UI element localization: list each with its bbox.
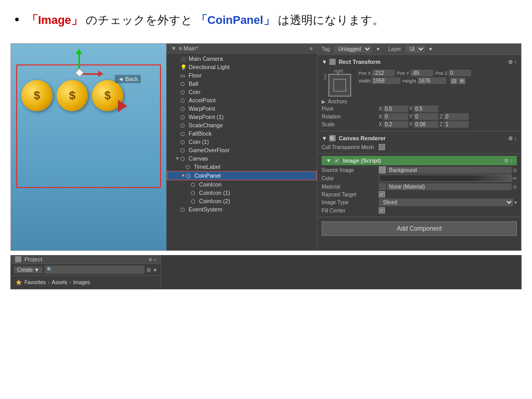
icon-coin: ⬡ (180, 89, 188, 95)
material-picker[interactable]: ⊙ (513, 184, 517, 190)
add-component-button[interactable]: Add Component (322, 221, 517, 236)
breadcrumb-images[interactable]: Images (73, 280, 90, 285)
label-gameoverfloor: GameOverFloor (189, 147, 230, 153)
tree-item-directional-light[interactable]: 💡 Directional Light (167, 63, 317, 71)
breadcrumb-sep1: › (48, 280, 49, 285)
width-input[interactable] (371, 77, 401, 84)
scale-y-label: Y (409, 122, 413, 127)
tree-item-coinicon2[interactable]: ⬡ CoinIcon (2) (167, 197, 317, 205)
breadcrumb-favorites[interactable]: Favorites (24, 280, 46, 285)
rot-y-input[interactable] (414, 113, 438, 120)
scale-z-input[interactable] (444, 121, 469, 128)
posy-input[interactable] (410, 70, 433, 76)
source-image-value[interactable]: Background (387, 167, 512, 174)
source-image-picker[interactable]: ⊙ (513, 167, 517, 173)
label-warppoint1: WarpPoint (1) (189, 114, 223, 120)
tree-item-coinpanel[interactable]: ▼ ⬡ CoinPanel (167, 171, 317, 180)
scale-row: Scale X Y Z (322, 121, 517, 128)
layer-select[interactable]: UI (405, 45, 425, 53)
tree-item-warppoint[interactable]: ⬡ WarpPoint (167, 104, 317, 113)
color-bar[interactable] (379, 175, 512, 182)
posz-input[interactable] (448, 70, 471, 76)
source-image-row: Source Image Background ⊙ (322, 166, 517, 174)
tree-item-fallblock[interactable]: ⬡ FallBlock (167, 129, 317, 138)
cull-checkbox[interactable] (379, 144, 385, 150)
color-picker-icon[interactable]: ✏ (513, 176, 517, 181)
canvas-renderer-options[interactable]: ⚙ ↕ (508, 136, 517, 141)
source-image-field: Background ⊙ (379, 166, 517, 174)
scene-view[interactable]: ◄ Back (11, 44, 167, 250)
anchors-row: ▶ Anchors (322, 99, 517, 104)
hierarchy-title: ≡ Main* (179, 45, 198, 51)
material-label: Material (322, 184, 379, 190)
icon-coinpanel: ⬡ (186, 173, 193, 179)
project-star-icon[interactable]: ★ (153, 267, 157, 273)
project-search-input[interactable] (52, 267, 142, 273)
hierarchy-header: ▼ ≡ Main* ≡ (167, 44, 317, 54)
image-type-dropdown-icon: ▾ (514, 200, 517, 205)
label-coinicon2: CoinIcon (2) (199, 198, 230, 204)
canvas-renderer-section: ▼ ⊙ Canvas Renderer ⚙ ↕ Cull Transparent… (317, 131, 521, 154)
hierarchy-menu[interactable]: ≡ (310, 46, 313, 51)
tree-item-coin[interactable]: ⬡ Coin (167, 88, 317, 96)
breadcrumb-assets[interactable]: Assets (51, 280, 67, 285)
project-view-icon[interactable]: ⊞ (147, 267, 151, 273)
color-field: ✏ (379, 175, 517, 182)
label-coinicon: CoinIcon (199, 181, 221, 188)
constrain-icon[interactable]: ⊡ (450, 78, 458, 84)
icon-eventsystem: ⬡ (180, 207, 188, 212)
tree-item-coin1[interactable]: ⬡ Coin (1) (167, 138, 317, 146)
scale-z-label: Z (440, 122, 443, 127)
back-button[interactable]: ◄ Back (115, 75, 141, 83)
icon-coin1: ⬡ (180, 139, 188, 145)
posy-group: Pos Y (397, 70, 433, 76)
rect-transform-section: ▼ Rect Transform ⚙ ↕ right top (317, 55, 521, 131)
tree-item-coinicon[interactable]: ⬡ CoinIcon (167, 180, 317, 189)
tree-item-eventsystem[interactable]: ⬡ EventSystem (167, 205, 317, 214)
posx-input[interactable] (372, 70, 395, 76)
image-script-options[interactable]: ⚙ ↕ (504, 158, 513, 164)
project-menu[interactable]: ≡ – (149, 257, 156, 262)
posz-label: Pos Z (435, 71, 448, 76)
tag-select[interactable]: Untagged (334, 45, 371, 53)
material-value[interactable]: None (Material) (387, 183, 512, 190)
raycast-checkbox[interactable]: ✓ (379, 191, 385, 197)
project-title: Project (24, 256, 42, 262)
tree-item-gameoverfloor[interactable]: ⬡ GameOverFloor (167, 146, 317, 154)
arrow-coinpanel: ▼ (181, 173, 186, 178)
rect-transform-arrow: ▼ (322, 59, 327, 65)
tree-item-timelabel[interactable]: ⬡ TimeLabel (167, 163, 317, 171)
label-floor: Floor (189, 72, 202, 78)
height-input[interactable] (417, 77, 446, 84)
fill-center-label: Fill Center (322, 208, 379, 214)
fill-center-checkbox[interactable]: ✓ (379, 207, 385, 214)
rot-x-input[interactable] (383, 113, 408, 120)
tree-item-main-camera[interactable]: 🎥 Main Camera (167, 55, 317, 63)
tree-item-scalechange[interactable]: ⬡ ScaleChange (167, 121, 317, 129)
scale-x-input[interactable] (383, 121, 408, 128)
rot-y-label: Y (409, 114, 413, 119)
coin-2 (57, 80, 88, 111)
tree-item-coinicon1[interactable]: ⬡ CoinIcon (1) (167, 189, 317, 197)
rot-z-label: Z (440, 114, 443, 119)
color-row: Color ✏ (322, 175, 517, 182)
image-type-select[interactable]: Sliced (379, 198, 513, 206)
rot-z-input[interactable] (444, 113, 469, 120)
label-coin1: Coin (1) (189, 139, 209, 145)
coin-1 (21, 80, 52, 111)
tree-item-floor[interactable]: ▭ Floor (167, 71, 317, 79)
pivot-x-input[interactable] (383, 105, 408, 112)
rect-fields: Pos X Pos Y Pos Z (358, 69, 471, 85)
rect-transform-options[interactable]: ⚙ ↕ (508, 59, 517, 65)
scale-y-input[interactable] (414, 121, 438, 128)
tree-item-canvas[interactable]: ▼ ⬡ Canvas (167, 154, 317, 163)
image-script-header: ▼ ✓ Image (Script) ⚙ ↕ (322, 156, 517, 165)
tree-item-warppoint1[interactable]: ⬡ WarpPoint (1) (167, 113, 317, 121)
tree-item-ball[interactable]: ⬡ Ball (167, 79, 317, 88)
pos-xyz-row: Pos X Pos Y Pos Z (358, 70, 471, 76)
pivot-y-input[interactable] (414, 105, 438, 112)
create-button[interactable]: Create ▼ (14, 267, 43, 273)
layer-label: Layer (388, 46, 401, 52)
reset-icon[interactable]: R (459, 78, 466, 84)
tree-item-accelpoint[interactable]: ⬡ AccelPoint (167, 96, 317, 104)
